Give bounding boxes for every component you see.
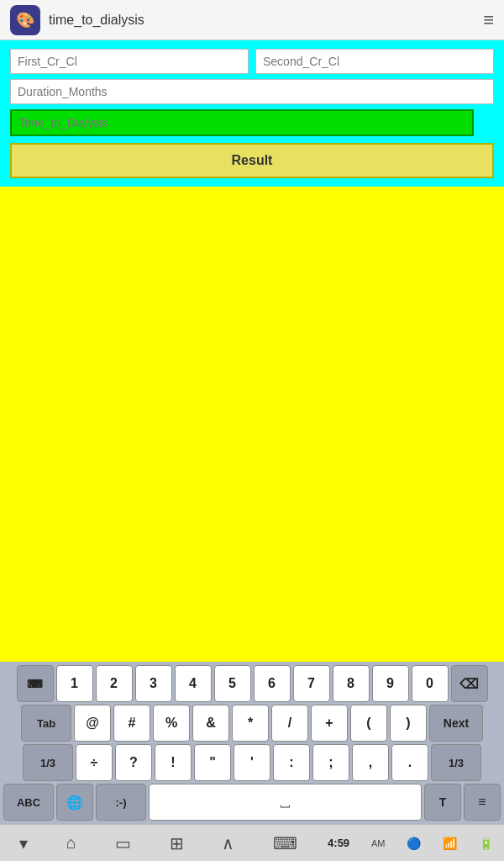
status-time: 4:59 <box>328 837 349 849</box>
key-0[interactable]: 0 <box>412 665 449 702</box>
key-colon[interactable]: : <box>273 744 310 781</box>
key-at[interactable]: @ <box>74 705 111 742</box>
key-comma[interactable]: , <box>352 744 389 781</box>
key-asterisk[interactable]: * <box>232 705 269 742</box>
key-4[interactable]: 4 <box>175 665 212 702</box>
key-backspace[interactable]: ⌫ <box>451 665 488 702</box>
key-question[interactable]: ? <box>115 744 152 781</box>
key-3[interactable]: 3 <box>135 665 172 702</box>
key-7[interactable]: 7 <box>293 665 330 702</box>
key-6[interactable]: 6 <box>254 665 291 702</box>
key-input-switch[interactable]: ⌨ <box>17 665 54 702</box>
nav-bar: ▾ ⌂ ▭ ⊞ ∧ ⌨ 4:59 AM 🔵 📶 🔋 <box>0 824 504 861</box>
menu-icon[interactable]: ≡ <box>483 9 494 31</box>
key-text-format[interactable]: T <box>424 784 461 821</box>
key-plus[interactable]: + <box>311 705 348 742</box>
nav-keyboard[interactable]: ⌨ <box>265 828 306 858</box>
key-space[interactable]: ⎵ <box>149 784 422 821</box>
first-cr-cl-input[interactable] <box>10 49 249 74</box>
time-to-dialysis-input[interactable] <box>10 109 474 136</box>
nav-down[interactable]: ▾ <box>11 828 36 858</box>
key-divide[interactable]: ÷ <box>76 744 113 781</box>
content-area <box>0 187 504 662</box>
key-squote[interactable]: ' <box>234 744 270 781</box>
key-next[interactable]: Next <box>429 705 483 742</box>
key-9[interactable]: 9 <box>372 665 409 702</box>
status-am-pm: AM <box>371 838 386 848</box>
keyboard: ⌨ 1 2 3 4 5 6 7 8 9 0 ⌫ Tab @ # % & * / … <box>0 662 504 824</box>
key-globe[interactable]: 🌐 <box>56 784 93 821</box>
nav-up[interactable]: ∧ <box>213 828 243 858</box>
key-5[interactable]: 5 <box>214 665 251 702</box>
battery-icon: 🔋 <box>479 837 493 850</box>
key-rparen[interactable]: ) <box>390 705 427 742</box>
key-period[interactable]: . <box>391 744 428 781</box>
key-slash[interactable]: / <box>271 705 308 742</box>
key-tab[interactable]: Tab <box>21 705 71 742</box>
second-cr-cl-input[interactable] <box>255 49 494 74</box>
form-area: Result <box>0 40 504 187</box>
key-onethird-right[interactable]: 1/3 <box>431 744 481 781</box>
key-lparen[interactable]: ( <box>350 705 387 742</box>
key-dquote[interactable]: " <box>194 744 231 781</box>
key-percent[interactable]: % <box>153 705 190 742</box>
key-smiley[interactable]: :-) <box>96 784 146 821</box>
key-semicolon[interactable]: ; <box>312 744 349 781</box>
key-1[interactable]: 1 <box>56 665 93 702</box>
app-header: 🎨 time_to_dialysis ≡ <box>0 0 504 40</box>
key-ampersand[interactable]: & <box>192 705 229 742</box>
bluetooth-icon: 🔵 <box>407 837 421 850</box>
result-button[interactable]: Result <box>10 143 494 178</box>
nav-recents[interactable]: ▭ <box>107 828 139 858</box>
bottom-row: ABC 🌐 :-) ⎵ T ≡ <box>3 784 501 821</box>
key-hash[interactable]: # <box>113 705 150 742</box>
key-8[interactable]: 8 <box>333 665 370 702</box>
key-onethird-left[interactable]: 1/3 <box>23 744 73 781</box>
key-abc[interactable]: ABC <box>3 784 54 821</box>
wifi-icon: 📶 <box>443 837 457 850</box>
key-exclaim[interactable]: ! <box>155 744 192 781</box>
app-icon-symbol: 🎨 <box>16 11 34 29</box>
space-bar-icon: ⎵ <box>281 794 290 811</box>
symbol-row: Tab @ # % & * / + ( ) Next <box>3 705 501 742</box>
app-title: time_to_dialysis <box>49 13 475 28</box>
nav-apps[interactable]: ⊞ <box>161 828 192 858</box>
key-list-format[interactable]: ≡ <box>464 784 501 821</box>
key-2[interactable]: 2 <box>96 665 133 702</box>
app-icon: 🎨 <box>10 5 40 35</box>
more-symbols-row: 1/3 ÷ ? ! " ' : ; , . 1/3 <box>3 744 501 781</box>
nav-home[interactable]: ⌂ <box>58 828 85 858</box>
first-second-row <box>10 49 494 74</box>
number-row: ⌨ 1 2 3 4 5 6 7 8 9 0 ⌫ <box>3 665 501 702</box>
duration-months-input[interactable] <box>10 79 494 104</box>
